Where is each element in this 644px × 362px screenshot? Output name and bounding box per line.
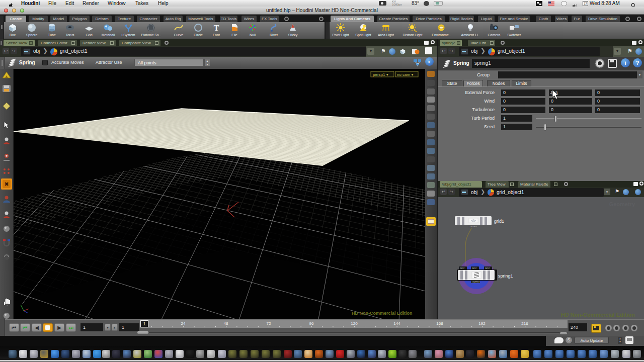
svg-text:HD Non-Commercial Edition: HD Non-Commercial Edition (352, 311, 413, 316)
svg-text:OUTPUT: OUTPUT (470, 226, 477, 228)
svg-text:no cam ▾: no cam ▾ (397, 72, 413, 77)
svg-text:OUTPUT: OUTPUT (472, 281, 480, 283)
svg-text:spring1: spring1 (498, 274, 513, 279)
svg-text:Geometry: Geometry (609, 201, 635, 207)
svg-text:grid1: grid1 (494, 219, 504, 224)
svg-text:INPUT: INPUT (472, 267, 477, 269)
svg-text:T: T (214, 24, 219, 32)
svg-text:persp1 ▾: persp1 ▾ (373, 72, 388, 77)
svg-text:INPUT: INPUT (460, 267, 465, 269)
svg-text:INPUT: INPUT (485, 267, 490, 269)
svg-text:HD Non-Commercial Edition: HD Non-Commercial Edition (561, 312, 635, 318)
